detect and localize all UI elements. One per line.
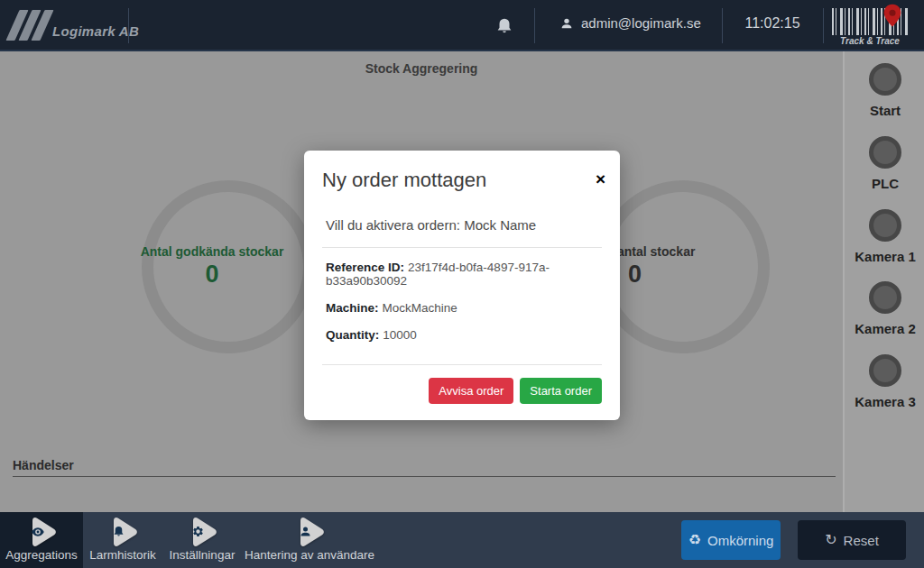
detail-value: 10000 [383, 328, 417, 342]
user-email: admin@logimark.se [581, 15, 701, 31]
tab-label: Larmhistorik [83, 548, 162, 562]
events-divider [13, 476, 836, 477]
divider [823, 8, 824, 43]
track-and-trace-logo: Track & Trace [832, 6, 911, 47]
start-status-button[interactable] [869, 63, 901, 96]
divider [534, 8, 535, 43]
reset-arrow-icon: ↻ [825, 533, 836, 547]
indicator-label: PLC [845, 176, 924, 191]
indicator-plc: PLC [845, 136, 924, 191]
logimark-bars-icon [13, 8, 47, 41]
indicator-kamera-2: Kamera 2 [845, 281, 924, 336]
indicator-label: Kamera 2 [845, 321, 924, 336]
gauge-value: 0 [135, 261, 289, 289]
tab-installningar[interactable]: Inställningar [162, 512, 242, 568]
detail-value: MockMachine [383, 301, 457, 315]
tab-label: Hantering av användare [242, 548, 377, 562]
user-menu[interactable]: admin@logimark.se [559, 15, 701, 31]
tracktrace-label: Track & Trace [832, 36, 908, 46]
gauge-label: antal stockar [617, 244, 753, 259]
bottom-tab-bar: Aggregations Larmhistorik Inställningar [0, 512, 924, 568]
plc-status-button[interactable] [869, 136, 901, 169]
tab-larmhistorik[interactable]: Larmhistorik [83, 512, 162, 568]
close-icon[interactable]: × [596, 170, 605, 188]
gauge-label: Antal godkända stockar [135, 244, 289, 259]
modal-title: Ny order mottagen [322, 169, 486, 191]
kamera2-status-button[interactable] [869, 281, 901, 314]
detail-machine: Machine:MockMachine [326, 301, 598, 315]
modal-footer: Avvisa order Starta order [304, 365, 620, 420]
indicator-kamera-3: Kamera 3 [845, 354, 924, 409]
indicator-kamera-1: Kamera 1 [845, 209, 924, 264]
events-heading: Händelser [13, 458, 74, 472]
kamera1-status-button[interactable] [869, 209, 901, 242]
tab-label: Inställningar [162, 548, 242, 562]
gauge-approved-text: Antal godkända stockar 0 [135, 244, 289, 289]
tab-label: Aggregations [0, 548, 83, 562]
divider [722, 8, 723, 43]
detail-reference-id: Reference ID:23f17f4d-b0fa-4897-917a-b33… [326, 261, 598, 288]
rerun-button[interactable]: ♻ Omkörning [681, 520, 781, 560]
new-order-modal: Ny order mottagen × Vill du aktivera ord… [304, 151, 620, 420]
indicator-start: Start [845, 63, 924, 118]
top-bar: Logimark AB admin@logimark.se 11:02:15 T… [0, 0, 924, 51]
indicator-label: Kamera 1 [845, 249, 924, 264]
indicator-label: Start [845, 103, 924, 118]
modal-header: Ny order mottagen × [304, 151, 620, 197]
user-icon [559, 16, 574, 31]
indicator-label: Kamera 3 [845, 394, 924, 409]
page-title: Stock Aggregering [259, 61, 584, 76]
notifications-bell-icon[interactable] [494, 16, 514, 36]
reject-order-button[interactable]: Avvisa order [429, 378, 513, 404]
modal-question: Vill du aktivera ordern: Mock Name [326, 217, 602, 233]
reset-label: Reset [844, 533, 879, 548]
rerun-label: Omkörning [707, 533, 773, 548]
tab-aggregations[interactable]: Aggregations [0, 512, 83, 568]
recycle-icon: ♻ [688, 533, 701, 547]
gauge-value: 0 [628, 261, 753, 289]
reset-button[interactable]: ↻ Reset [798, 520, 906, 560]
bell-icon [105, 514, 141, 550]
tab-hantering-av-anvandare[interactable]: Hantering av användare [242, 512, 377, 568]
user-icon [291, 514, 328, 550]
kamera3-status-button[interactable] [869, 354, 901, 387]
gauge-total-text: antal stockar 0 [617, 244, 753, 289]
order-details: Reference ID:23f17f4d-b0fa-4897-917a-b33… [322, 248, 602, 364]
detail-quantity: Quantity:10000 [326, 328, 598, 342]
eye-icon [23, 514, 60, 550]
logimark-logo: Logimark AB [13, 8, 139, 41]
application-window: Logimark AB admin@logimark.se 11:02:15 T… [0, 0, 924, 568]
brand-name: Logimark AB [52, 23, 139, 41]
start-order-button[interactable]: Starta order [520, 378, 602, 404]
divider [128, 8, 129, 43]
clock: 11:02:15 [740, 15, 805, 32]
modal-body: Vill du aktivera ordern: Mock Name Refer… [304, 217, 620, 365]
gear-icon [184, 514, 220, 550]
status-sidebar: Start PLC Kamera 1 Kamera 2 Kamera 3 [843, 51, 924, 514]
map-pin-icon [882, 4, 902, 29]
